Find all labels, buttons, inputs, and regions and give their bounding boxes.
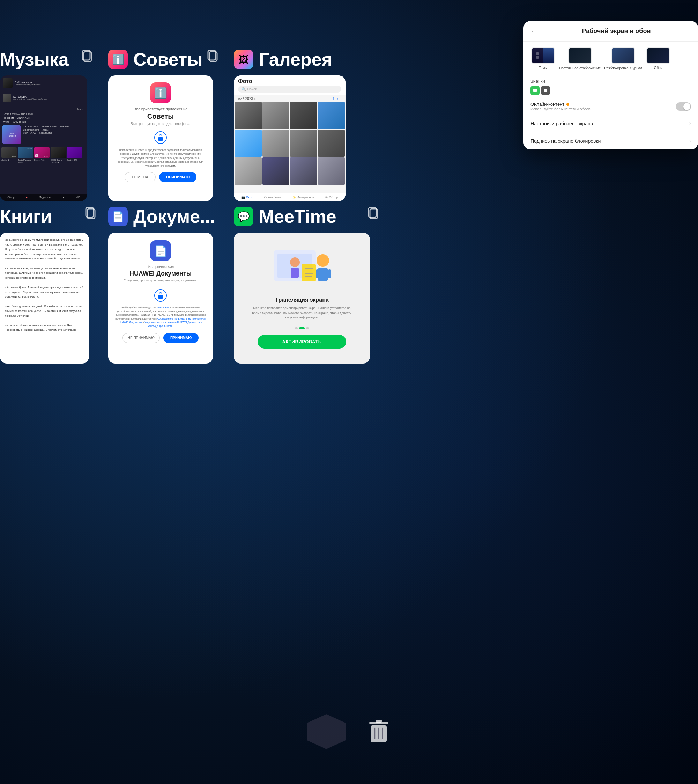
gallery-photo[interactable] (290, 130, 317, 157)
copy-icon (206, 49, 220, 64)
gallery-search-bar[interactable]: 🔍 Поиск (238, 86, 341, 92)
icons-label: Значки (530, 79, 691, 84)
meetime-title: MeeTime (259, 206, 336, 227)
more-link[interactable]: More › (0, 104, 87, 112)
wallpaper-back-button[interactable]: ← (530, 26, 538, 36)
gallery-photo[interactable] (318, 102, 345, 129)
meetime-screen-title: Трансляция экрана (275, 297, 328, 303)
wallpaper-option-wallpaper[interactable]: Обои (646, 47, 671, 71)
gallery-photo[interactable] (318, 157, 345, 185)
playlist-label: Best of Pink (34, 159, 49, 161)
playlist-item[interactable]: Best of BTS (67, 147, 82, 163)
queue-item[interactable]: Верю в тебя — ANNA ASTI (3, 112, 84, 116)
gallery-nav-albums[interactable]: 🗂 Альбомы (264, 196, 281, 199)
queue-item-text: По барам — ANNA ASTI (3, 117, 30, 119)
gallery-nav-photos[interactable]: 📷 Фото (241, 196, 253, 199)
tips-welcome-text: Вас приветствует приложение (134, 107, 188, 111)
gallery-photo[interactable] (235, 157, 262, 185)
tips-copy-button[interactable] (206, 49, 220, 66)
books-content-text: же директор с каким-то мужчиной забрали … (5, 238, 84, 359)
docs-welcome-icon: 📄 (150, 240, 171, 261)
wallpaper-options-row: Темы Постоянное отображение Разблокировк… (524, 41, 698, 76)
online-content-toggle[interactable] (676, 102, 691, 111)
wallpaper-panel: ← Рабочий экран и обои Темы Постоянное о… (524, 21, 698, 149)
books-copy-button[interactable] (84, 206, 98, 223)
nav-vip[interactable]: VIP (76, 196, 79, 200)
theme-icon-sq2 (536, 56, 539, 59)
online-content-dot (566, 103, 569, 106)
meetime-copy-button[interactable] (367, 206, 380, 223)
meetime-activate-button[interactable]: АКТИВИРОВАТЬ (258, 335, 346, 348)
trash-icon[interactable] (367, 718, 391, 746)
online-content-label: Онлайн-контент (530, 102, 564, 107)
playlist-item[interactable]: 30:315 ▶ Best of Pink (34, 147, 49, 163)
gallery-photo[interactable] (262, 157, 290, 185)
gallery-title: Галерея (259, 49, 332, 70)
icon-dark (541, 86, 550, 95)
wallpaper-option-always-on[interactable]: Постоянное отображение (559, 47, 601, 71)
icons-row (530, 86, 691, 95)
lockscreen-signature-row[interactable]: Подпись на экране блокировки › (524, 132, 698, 149)
gallery-photo[interactable] (290, 102, 317, 129)
queue-item-text: Кукла — Аrсм В.мин (3, 120, 26, 123)
nav-медиатека[interactable]: Медиатека (39, 196, 52, 200)
gallery-photo[interactable] (235, 130, 262, 157)
copy-icon (367, 206, 380, 221)
featured-track: 3 ЛА ПА ЛА — Хаааи Котик (23, 131, 85, 134)
gallery-photo[interactable] (235, 102, 262, 129)
gallery-photo[interactable] (262, 102, 290, 129)
songs-list: КОРОЛЕВА Алсион Алексеева/Паша Чебуркин (0, 91, 87, 104)
docs-permission-text: Этой службе требуется доступ к Интернет,… (114, 306, 207, 328)
tips-header: ℹ️ Советы (108, 49, 220, 70)
journal-label: Разблокировка Журнал (604, 66, 642, 71)
queue-item[interactable]: По барам — ANNA ASTI (3, 116, 84, 120)
gallery-photo[interactable] (290, 157, 317, 185)
always-on-thumb (568, 47, 592, 64)
svg-rect-17 (328, 269, 331, 278)
wallpaper-option-themes[interactable]: Темы (530, 47, 556, 71)
featured-track: 1 Пошла жара — GAMALYS BROTHERS/Ra... (23, 125, 85, 128)
nav-обзор[interactable]: Обзор (7, 196, 14, 200)
playlist-item[interactable]: 09096 Best of Daft Punk (51, 147, 66, 163)
music-nav-bar: Обзор ● Медиатека ● VIP (0, 194, 87, 201)
wallpaper-settings-rows: Настройки рабочего экрана › Подпись на э… (524, 114, 698, 149)
gallery-count: 18 ф. (333, 97, 341, 101)
queue-list: Верю в тебя — ANNA ASTI По барам — ANNA … (0, 112, 87, 124)
gallery-photo[interactable] (262, 130, 290, 157)
wallpaper-panel-header: ← Рабочий экран и обои (524, 21, 698, 41)
docs-app-icon: 📄 (108, 207, 128, 226)
docs-accept-button[interactable]: ПРИНИМАЮ (163, 333, 199, 343)
lockscreen-signature-label: Подпись на экране блокировки (530, 138, 601, 144)
msg-icon (543, 88, 548, 93)
wallpaper-option-journal[interactable]: Разблокировка Журнал (604, 47, 642, 71)
books-title: Книги (0, 206, 52, 227)
desktop-settings-label: Настройки рабочего экрана (530, 121, 593, 126)
song-thumb (3, 94, 11, 102)
current-song-artist: Hammali/Мари Краймбрери (15, 83, 84, 86)
svg-point-14 (316, 254, 329, 267)
theme-icons (535, 52, 540, 59)
queue-item[interactable]: Кукла — Аrсм В.мин (3, 120, 84, 124)
playlist-item[interactable]: 33:916 Best of Три дна Floyd (18, 147, 33, 163)
song-row[interactable]: КОРОЛЕВА Алсион Алексеева/Паша Чебуркин (3, 92, 84, 103)
theme-right (543, 48, 554, 63)
playlist-label: Best of Три дна Floyd (18, 159, 33, 163)
gallery-nav-interesting[interactable]: ✨ Интересное (292, 196, 314, 199)
tips-cancel-button[interactable]: ОТМЕНА (125, 172, 156, 182)
tips-accept-button[interactable]: ПРИНИМАЮ (159, 172, 196, 182)
music-copy-button[interactable] (80, 49, 94, 66)
svg-rect-9 (158, 295, 163, 299)
desktop-settings-row[interactable]: Настройки рабочего экрана › (524, 115, 698, 132)
gallery-nav-overview[interactable]: 👁 Обзор (325, 196, 338, 199)
gallery-photo[interactable] (318, 130, 345, 157)
wallpaper-label: Обои (654, 66, 663, 70)
lockscreen-signature-arrow: › (689, 137, 691, 145)
phone-icon (533, 88, 537, 93)
playlist-label: Best of BTS (67, 159, 82, 161)
playlist-item[interactable]: 40:42 of Artis & ... (2, 147, 17, 163)
docs-cancel-button[interactable]: НЕ ПРИНИМАЮ (122, 333, 160, 343)
gallery-screen: Фото 🔍 Поиск май 2023 г. 18 ф. (234, 76, 346, 201)
music-screen: В чёрных очках Hammali/Мари Краймбрери К… (0, 76, 87, 201)
online-content-row: Онлайн-контент Используйте больше тем и … (524, 98, 698, 114)
tips-description: Быстрое руководство для телефона. (130, 122, 190, 126)
